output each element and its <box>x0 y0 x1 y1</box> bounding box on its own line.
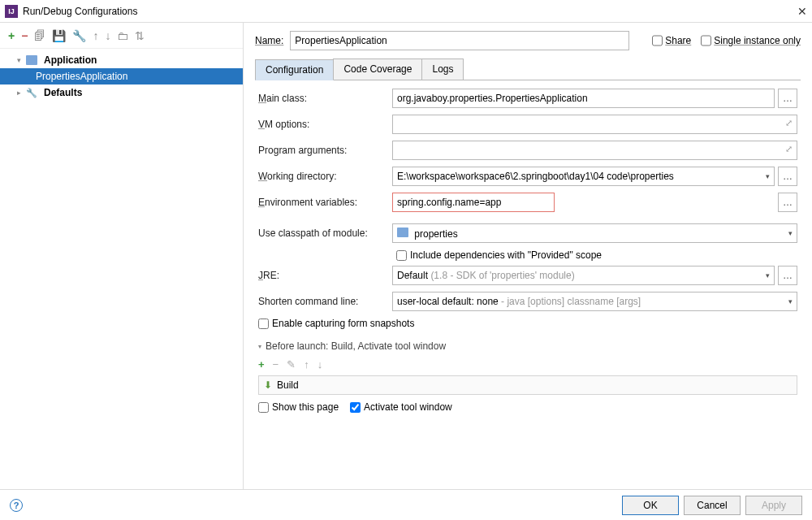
snapshots-checkbox[interactable] <box>258 318 269 329</box>
help-icon[interactable]: ? <box>10 499 23 512</box>
program-args-input[interactable] <box>392 141 797 160</box>
up-task-icon[interactable]: ↑ <box>304 358 309 370</box>
name-label: Name: <box>255 35 283 46</box>
down-task-icon[interactable]: ↓ <box>317 358 323 370</box>
main-class-label: Main class: <box>258 93 392 104</box>
build-icon: ⬇ <box>264 379 272 391</box>
before-launch-toolbar: + − ✎ ↑ ↓ <box>258 357 797 375</box>
tree-node-properties-app[interactable]: PropertiesApplication <box>0 68 243 84</box>
show-this-page-checkbox[interactable]: Show this page <box>258 401 339 413</box>
tabs: Configuration Code Coverage Logs <box>255 58 801 80</box>
right-panel: Name: Share Single instance only Configu… <box>244 23 812 489</box>
copy-icon[interactable]: 🗐 <box>34 30 45 41</box>
jre-select[interactable]: Default (1.8 - SDK of 'properties' modul… <box>392 266 775 285</box>
down-icon[interactable]: ↓ <box>105 30 110 41</box>
browse-jre[interactable]: … <box>778 266 797 285</box>
vm-options-input[interactable] <box>392 115 797 134</box>
chevron-down-icon: ▾ <box>788 229 793 237</box>
application-node-icon <box>26 55 37 65</box>
working-dir-label: Working directory: <box>258 171 392 182</box>
jre-label: JRE: <box>258 270 392 281</box>
config-toolbar: + − 🗐 💾 🔧 ↑ ↓ 🗀 ⇅ <box>0 23 243 49</box>
left-panel: + − 🗐 💾 🔧 ↑ ↓ 🗀 ⇅ ▾ Application Properti… <box>0 23 244 489</box>
shorten-select[interactable]: user-local default: none - java [options… <box>392 292 797 311</box>
build-task-item[interactable]: ⬇ Build <box>258 375 797 395</box>
module-icon <box>397 228 408 237</box>
defaults-node-icon: 🔧 <box>26 88 37 98</box>
single-instance-checkbox[interactable]: Single instance only <box>701 31 801 50</box>
collapse-icon[interactable]: ⇅ <box>135 30 145 41</box>
browse-env-vars[interactable]: … <box>778 193 797 212</box>
add-task-icon[interactable]: + <box>258 358 265 370</box>
remove-task-icon[interactable]: − <box>273 358 279 370</box>
classpath-label: Use classpath of module: <box>258 228 392 239</box>
include-provided-checkbox[interactable] <box>396 250 407 261</box>
browse-main-class[interactable]: … <box>778 89 797 108</box>
wrench-icon[interactable]: 🔧 <box>72 30 86 41</box>
config-tree: ▾ Application PropertiesApplication ▸ 🔧 … <box>0 49 243 104</box>
app-icon: IJ <box>5 5 18 18</box>
tree-node-label: Defaults <box>44 87 82 98</box>
collapse-icon[interactable]: ▾ <box>258 343 261 350</box>
apply-button[interactable]: Apply <box>745 496 802 515</box>
dialog-footer: ? OK Cancel Apply <box>0 489 812 520</box>
expand-icon[interactable]: ▸ <box>15 89 23 97</box>
close-icon[interactable]: ✕ <box>797 5 807 18</box>
main-class-input[interactable] <box>392 89 775 108</box>
working-dir-select[interactable]: E:\workspace\workspace6\2.springboot\day… <box>392 167 775 186</box>
program-args-label: Program arguments: <box>258 145 392 156</box>
name-input[interactable] <box>290 31 629 50</box>
vm-options-label: VM options: <box>258 119 392 130</box>
activate-tool-window-checkbox[interactable]: Activate tool window <box>350 401 452 413</box>
chevron-down-icon: ▾ <box>766 172 770 180</box>
window-title: Run/Debug Configurations <box>23 6 137 17</box>
env-vars-label: Environment variables: <box>258 197 392 208</box>
edit-task-icon[interactable]: ✎ <box>287 358 296 370</box>
chevron-down-icon: ▾ <box>766 271 770 280</box>
browse-working-dir[interactable]: … <box>778 167 797 186</box>
ok-button[interactable]: OK <box>622 496 679 515</box>
tree-node-defaults[interactable]: ▸ 🔧 Defaults <box>0 84 243 101</box>
include-provided-label: Include dependencies with "Provided" sco… <box>410 249 602 261</box>
tab-configuration[interactable]: Configuration <box>255 59 334 80</box>
add-icon[interactable]: + <box>8 30 15 41</box>
snapshots-label: Enable capturing form snapshots <box>272 318 414 329</box>
folder-icon[interactable]: 🗀 <box>117 30 128 41</box>
titlebar: IJ Run/Debug Configurations ✕ <box>0 0 812 23</box>
tree-node-application[interactable]: ▾ Application <box>0 52 243 68</box>
tree-child-label: PropertiesApplication <box>36 71 127 82</box>
save-icon[interactable]: 💾 <box>52 30 66 41</box>
before-launch-header[interactable]: ▾ Before launch: Build, Activate tool wi… <box>258 340 797 352</box>
shorten-label: Shorten command line: <box>258 296 392 307</box>
cancel-button[interactable]: Cancel <box>684 496 741 515</box>
share-checkbox[interactable]: Share <box>652 31 691 50</box>
classpath-select[interactable]: properties▾ <box>392 223 797 243</box>
config-form: Main class: … VM options: Program argume… <box>255 80 801 413</box>
env-vars-input[interactable] <box>392 193 555 212</box>
tab-logs[interactable]: Logs <box>421 58 464 80</box>
tab-code-coverage[interactable]: Code Coverage <box>333 58 422 80</box>
tree-node-label: Application <box>44 54 97 66</box>
up-icon[interactable]: ↑ <box>93 30 98 41</box>
expand-icon[interactable]: ▾ <box>15 56 23 64</box>
remove-icon[interactable]: − <box>21 30 28 41</box>
chevron-down-icon: ▾ <box>788 297 793 306</box>
